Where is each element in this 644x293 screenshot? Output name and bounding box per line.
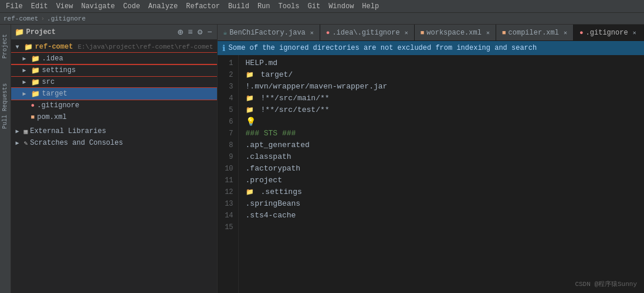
tab-workspace-label: workspace.xml (426, 29, 482, 37)
menu-navigate[interactable]: Navigate (77, 1, 118, 12)
info-bar: ℹ Some of the ignored directories are no… (218, 41, 644, 55)
code-content[interactable]: HELP.md 📁target/ !.mvn/wrapper/maven-wra… (239, 55, 644, 293)
menu-analyze[interactable]: Analyze (145, 1, 181, 12)
tab-workspace-close[interactable]: ✕ (486, 29, 490, 36)
tab-compiler-label: compiler.xml (509, 29, 559, 37)
tree-target-label: target (42, 90, 67, 98)
code-line-1: HELP.md (246, 57, 637, 69)
info-icon: ℹ (222, 43, 225, 53)
tree-settings[interactable]: ▶ 📁 settings (11, 64, 217, 76)
code-line-7: ### STS ### (246, 128, 637, 139)
menu-file[interactable]: File (2, 1, 26, 12)
tab-benchifactory-close[interactable]: ✕ (310, 29, 314, 36)
panel-title: Project (26, 28, 174, 36)
arrow-idea: ▶ (23, 55, 29, 62)
code-line-2: 📁target/ (246, 69, 637, 81)
folder-icon-target: 📁 (31, 90, 40, 98)
tree-external-libs[interactable]: ▶ ▦ External Libraries (11, 125, 217, 137)
code-line-12: 📁.settings (246, 186, 637, 198)
tree-gitignore-label: .gitignore (37, 101, 79, 110)
tab-xml-icon-1: ■ (421, 29, 425, 36)
tree-root-path: E:\java\project\ref-comet\ref-comet (77, 43, 213, 50)
breadcrumb-file[interactable]: .gitignore (47, 15, 86, 22)
tab-idea-gitignore-close[interactable]: ✕ (405, 29, 408, 36)
code-line-6: 💡 (246, 116, 637, 128)
menu-build[interactable]: Build (225, 1, 253, 12)
tabs-bar: ☕ BenChiFactory.java ✕ ● .idea\.gitignor… (218, 25, 644, 41)
tree-target[interactable]: ▶ 📁 target (11, 88, 217, 100)
tree-root-label: ref-comet (35, 43, 73, 51)
folder-icon-idea: 📁 (31, 54, 40, 63)
scratches-icon: ✎ (24, 139, 28, 147)
panel-collapse-btn[interactable]: ≡ (187, 27, 194, 38)
menu-tools[interactable]: Tools (275, 1, 303, 12)
menu-refactor[interactable]: Refactor (182, 1, 223, 12)
tree-src[interactable]: ▶ 📁 src (11, 76, 217, 88)
tab-git-icon-1: ● (326, 29, 330, 36)
tree-gitignore[interactable]: ▶ ● .gitignore (11, 100, 217, 111)
folder-icon-header: 📁 (15, 28, 24, 37)
menu-git[interactable]: Git (304, 1, 324, 12)
side-label-project[interactable]: Project (1, 30, 9, 62)
tree-pomxml[interactable]: ▶ ■ pom.xml (11, 111, 217, 123)
arrow-src: ▶ (23, 79, 29, 86)
code-line-10: .factorypath (246, 163, 637, 175)
breadcrumb: ref-comet › .gitignore (0, 13, 644, 25)
tree-idea[interactable]: ▶ 📁 .idea (11, 53, 217, 64)
code-line-3: !.mvn/wrapper/maven-wrapper.jar (246, 81, 637, 93)
arrow-external: ▶ (16, 128, 22, 135)
code-line-5: 📁!**/src/test/** (246, 104, 637, 116)
line-numbers: 12345 678910 1112131415 (218, 55, 239, 293)
watermark: CSDN @程序猿Sunny (575, 280, 637, 288)
code-line-15 (246, 222, 637, 233)
code-line-4: 📁!**/src/main/** (246, 93, 637, 104)
breadcrumb-project[interactable]: ref-comet (4, 15, 38, 22)
arrow-target: ▶ (23, 90, 29, 97)
code-line-9: .classpath (246, 151, 637, 163)
code-line-13: .springBeans (246, 198, 637, 210)
tree-pomxml-label: pom.xml (37, 113, 66, 121)
lightbulb-icon: 💡 (246, 116, 256, 128)
panel-close-btn[interactable]: − (206, 27, 213, 38)
project-panel: 📁 Project ⊕ ≡ ⚙ − ▼ 📁 ref-comet E:\java\… (11, 25, 218, 293)
code-line-8: .apt_generated (246, 139, 637, 151)
tab-gitignore[interactable]: ● .gitignore ✕ (574, 25, 644, 41)
tab-benchifactory-label: BenChiFactory.java (229, 29, 306, 37)
menu-window[interactable]: Window (325, 1, 357, 12)
tab-compiler[interactable]: ■ compiler.xml ✕ (496, 25, 574, 41)
tab-idea-gitignore-label: .idea\.gitignore (332, 29, 399, 37)
tab-workspace[interactable]: ■ workspace.xml ✕ (415, 25, 496, 41)
tree-external-label: External Libraries (30, 127, 106, 135)
tree-scratches[interactable]: ▶ ✎ Scratches and Consoles (11, 137, 217, 149)
menu-run[interactable]: Run (254, 1, 274, 12)
folder-icon-src: 📁 (31, 78, 40, 87)
tab-idea-gitignore[interactable]: ● .idea\.gitignore ✕ (320, 25, 415, 41)
panel-add-btn[interactable]: ⊕ (177, 26, 185, 39)
menu-help[interactable]: Help (358, 1, 382, 12)
tab-git-icon-2: ● (579, 29, 584, 36)
menu-code[interactable]: Code (120, 1, 144, 12)
tab-benchifactory[interactable]: ☕ BenChiFactory.java ✕ (218, 25, 320, 41)
arrow-root: ▼ (16, 44, 22, 50)
folder-icon-settings: 📁 (31, 66, 40, 75)
file-tree: ▼ 📁 ref-comet E:\java\project\ref-comet\… (11, 40, 217, 293)
panel-gear-btn[interactable]: ⚙ (196, 26, 204, 38)
tab-gitignore-close[interactable]: ✕ (633, 29, 636, 36)
tab-xml-icon-2: ■ (502, 29, 506, 36)
code-area[interactable]: 12345 678910 1112131415 HELP.md 📁target/… (218, 55, 644, 293)
tree-root[interactable]: ▼ 📁 ref-comet E:\java\project\ref-comet\… (11, 41, 217, 53)
tab-gitignore-label: .gitignore (586, 29, 628, 37)
side-label-pull-requests[interactable]: Pull Requests (1, 80, 9, 132)
tree-src-label: src (42, 78, 55, 86)
code-line-11: .project (246, 175, 637, 186)
folder-icon-root: 📁 (24, 43, 33, 52)
file-icon-gitignore: ● (31, 102, 35, 109)
panel-header: 📁 Project ⊕ ≡ ⚙ − (11, 25, 217, 40)
info-message: Some of the ignored directories are not … (229, 44, 537, 52)
menu-edit[interactable]: Edit (28, 1, 52, 12)
tree-idea-label: .idea (42, 54, 63, 63)
tab-compiler-close[interactable]: ✕ (564, 29, 567, 36)
menu-view[interactable]: View (53, 1, 77, 12)
side-labels: Project Pull Requests (0, 25, 11, 293)
menu-bar: File Edit View Navigate Code Analyze Ref… (0, 0, 644, 13)
